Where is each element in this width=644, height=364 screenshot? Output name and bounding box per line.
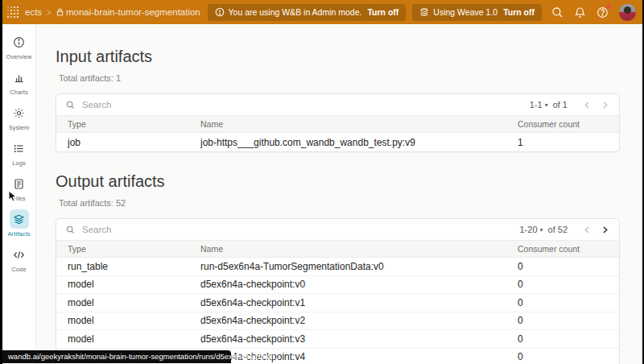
output-table-search-input[interactable]	[80, 224, 514, 235]
prev-page-button[interactable]	[580, 223, 593, 236]
alert-circle-icon	[215, 7, 225, 17]
artifact-type: model	[68, 279, 200, 290]
artifact-type: model	[68, 333, 200, 345]
artifact-name[interactable]: run-d5ex6n4a-TumorSegmentationData:v0	[200, 261, 518, 272]
code-icon	[10, 245, 29, 264]
artifact-consumer-count: 0	[518, 333, 619, 345]
prev-page-button[interactable]	[580, 98, 593, 111]
artifact-name[interactable]: d5ex6n4a-checkpoint:v3	[200, 333, 518, 345]
browser-status-url: wandb.ai/geekyrakshit/monai-brain-tumor-…	[2, 350, 231, 363]
artifacts-panel: Input artifacts Total artifacts: 1 1-1▾ …	[36, 24, 642, 364]
artifact-type: job	[68, 137, 200, 148]
artifact-name[interactable]: job-https___github.com_wandb_wandb_test.…	[200, 137, 518, 148]
sidebar-item-files[interactable]: Files	[2, 174, 35, 202]
artifacts-layers-icon	[10, 209, 29, 229]
run-sidebar: Overview Charts System Logs Files Artifa…	[2, 24, 36, 364]
sidebar-item-code[interactable]: Code	[2, 245, 35, 273]
sidebar-item-artifacts[interactable]: Artifacts	[2, 209, 35, 238]
search-icon[interactable]	[551, 6, 564, 19]
lock-icon	[56, 8, 64, 17]
table-row[interactable]: model d5ex6n4a-checkpoint:v2 0	[56, 312, 619, 331]
sidebar-item-system[interactable]: System	[2, 103, 35, 131]
column-header-consumer-count[interactable]: Consumer count	[518, 244, 619, 254]
input-table-pagination: 1-1▾ of 1	[530, 98, 611, 111]
output-table-toolbar: 1-20▾ of 52	[56, 219, 619, 240]
output-table-pagination: 1-20▾ of 52	[519, 223, 611, 236]
page-range-selector[interactable]: 1-1▾	[530, 100, 548, 110]
admin-turn-off-button[interactable]: Turn off	[367, 7, 398, 17]
next-page-button[interactable]	[598, 223, 611, 236]
artifact-consumer-count: 0	[518, 297, 619, 308]
notification-dot	[606, 4, 611, 9]
gear-icon	[10, 103, 29, 122]
top-navbar: ects > monai-brain-tumor-segmentation > …	[2, 0, 642, 24]
app-window: ects > monai-brain-tumor-segmentation > …	[2, 0, 642, 364]
user-avatar[interactable]	[619, 4, 636, 21]
sidebar-item-overview[interactable]: Overview	[2, 32, 35, 60]
input-table-search-input[interactable]	[80, 99, 524, 110]
artifact-name[interactable]: d5ex6n4a-checkpoint:v2	[200, 315, 518, 326]
bar-chart-icon	[10, 68, 29, 87]
sidebar-item-label: Logs	[12, 159, 26, 167]
page-of-label: of 1	[553, 100, 568, 110]
sidebar-item-label: System	[9, 124, 30, 131]
sidebar-item-label: Artifacts	[8, 230, 31, 238]
table-row[interactable]: job job-https___github.com_wandb_wandb_t…	[56, 133, 619, 151]
breadcrumb-projects[interactable]: ects	[25, 7, 42, 17]
artifact-consumer-count: 0	[518, 279, 619, 290]
artifact-type: model	[68, 297, 200, 308]
input-table-toolbar: 1-1▾ of 1	[56, 94, 619, 115]
input-total-label: Total artifacts: 1	[56, 73, 642, 83]
sidebar-item-logs[interactable]: Logs	[2, 139, 35, 167]
weave-banner-text: Using Weave 1.0	[433, 7, 497, 17]
artifact-name[interactable]: d5ex6n4a-checkpoint:v0	[200, 279, 518, 290]
column-header-name[interactable]: Name	[200, 244, 518, 254]
next-page-button[interactable]	[598, 98, 611, 111]
list-icon	[10, 139, 29, 158]
table-row[interactable]: model d5ex6n4a-checkpoint:v0 0	[56, 276, 619, 295]
apps-grid-icon[interactable]	[7, 6, 19, 18]
artifact-type: run_table	[68, 261, 200, 272]
help-icon[interactable]	[597, 6, 609, 19]
topbar-icon-cluster	[551, 4, 636, 21]
column-header-type[interactable]: Type	[68, 244, 200, 254]
admin-mode-banner[interactable]: You are using W&B in Admin mode. Turn of…	[208, 4, 407, 21]
notifications-bell-icon[interactable]	[574, 6, 586, 19]
artifact-type: model	[68, 315, 200, 326]
weave-layers-icon	[419, 7, 429, 17]
page-of-label: of 52	[548, 225, 568, 234]
table-row[interactable]: model d5ex6n4a-checkpoint:v3 0	[56, 330, 619, 349]
artifact-consumer-count: 1	[518, 137, 619, 148]
sidebar-item-label: Code	[11, 266, 26, 273]
search-icon	[66, 101, 75, 110]
info-icon	[10, 32, 29, 52]
column-header-consumer-count[interactable]: Consumer count	[518, 119, 619, 129]
input-artifacts-title: Input artifacts	[56, 48, 642, 66]
artifact-consumer-count: 0	[518, 261, 619, 272]
artifact-consumer-count: 0	[518, 351, 619, 362]
breadcrumb-separator: >	[47, 8, 52, 17]
breadcrumb-project[interactable]: monai-brain-tumor-segmentation	[56, 7, 200, 17]
chevron-down-icon: ▾	[540, 226, 543, 234]
breadcrumb: ects > monai-brain-tumor-segmentation > …	[25, 7, 201, 17]
page-range-selector[interactable]: 1-20▾	[519, 225, 543, 234]
table-row[interactable]: model d5ex6n4a-checkpoint:v1 0	[56, 294, 619, 312]
artifact-consumer-count: 0	[518, 315, 619, 326]
search-icon	[66, 225, 75, 234]
table-header-row: Type Name Consumer count	[56, 240, 619, 258]
column-header-name[interactable]: Name	[200, 119, 518, 129]
artifact-name[interactable]: d5ex6n4a-checkpoint:v1	[200, 297, 518, 308]
output-artifacts-table: 1-20▾ of 52 Type Name Consumer count run…	[56, 218, 620, 364]
column-header-type[interactable]: Type	[68, 119, 200, 129]
weave-banner[interactable]: Using Weave 1.0 Turn off	[412, 4, 542, 21]
output-artifacts-title: Output artifacts	[56, 172, 642, 191]
sidebar-item-label: Files	[12, 195, 25, 202]
document-icon	[10, 174, 29, 193]
table-row[interactable]: run_table run-d5ex6n4a-TumorSegmentation…	[56, 258, 619, 276]
output-total-label: Total artifacts: 52	[56, 198, 642, 208]
sidebar-item-charts[interactable]: Charts	[2, 68, 35, 96]
table-header-row: Type Name Consumer count	[56, 115, 619, 133]
input-artifacts-table: 1-1▾ of 1 Type Name Consumer count job j…	[56, 93, 620, 152]
weave-turn-off-button[interactable]: Turn off	[503, 7, 535, 17]
chevron-down-icon: ▾	[545, 101, 548, 109]
